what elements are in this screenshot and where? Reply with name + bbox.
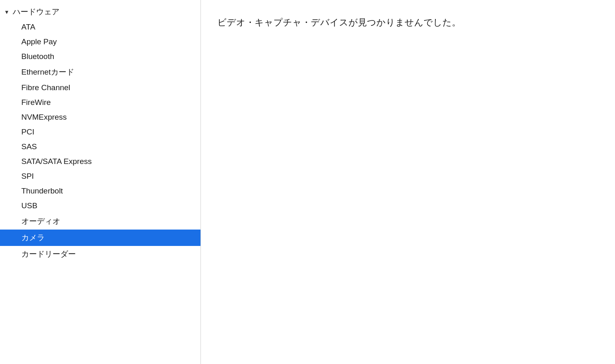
sidebar-item-0[interactable]: ATA <box>0 20 200 34</box>
sidebar-item-8[interactable]: SAS <box>0 139 200 154</box>
sidebar: ▼ ハードウェア ATAApple PayBluetoothEthernetカー… <box>0 0 201 364</box>
sidebar-items-container: ATAApple PayBluetoothEthernetカードFibre Ch… <box>0 20 200 262</box>
sidebar-item-13[interactable]: オーディオ <box>0 213 200 230</box>
sidebar-item-10[interactable]: SPI <box>0 169 200 184</box>
triangle-icon: ▼ <box>4 9 9 15</box>
sidebar-item-7[interactable]: PCI <box>0 125 200 139</box>
sidebar-item-6[interactable]: NVMExpress <box>0 110 200 125</box>
sidebar-item-1[interactable]: Apple Pay <box>0 34 200 49</box>
main-message: ビデオ・キャプチャ・デバイスが見つかりませんでした。 <box>217 16 599 29</box>
sidebar-item-9[interactable]: SATA/SATA Express <box>0 154 200 169</box>
hardware-group-header[interactable]: ▼ ハードウェア <box>0 4 200 20</box>
main-content: ビデオ・キャプチャ・デバイスが見つかりませんでした。 <box>201 0 615 364</box>
sidebar-item-4[interactable]: Fibre Channel <box>0 80 200 95</box>
sidebar-item-2[interactable]: Bluetooth <box>0 49 200 64</box>
sidebar-item-3[interactable]: Ethernetカード <box>0 64 200 80</box>
sidebar-item-15[interactable]: カードリーダー <box>0 246 200 262</box>
sidebar-item-11[interactable]: Thunderbolt <box>0 184 200 198</box>
sidebar-item-14[interactable]: カメラ <box>0 230 200 246</box>
sidebar-item-5[interactable]: FireWire <box>0 95 200 110</box>
hardware-group-label: ハードウェア <box>13 7 59 17</box>
sidebar-item-12[interactable]: USB <box>0 198 200 213</box>
